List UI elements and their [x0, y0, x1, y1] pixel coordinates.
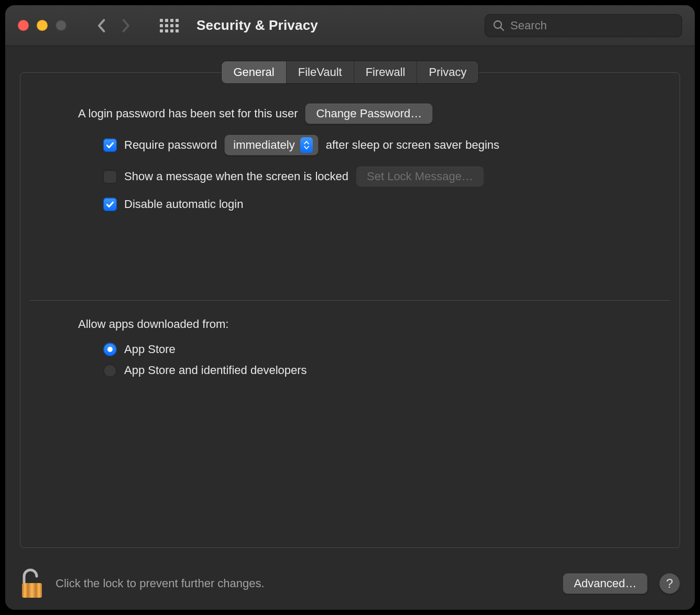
titlebar: Security & Privacy [5, 5, 695, 46]
tabs-container: General FileVault Firewall Privacy [20, 61, 680, 84]
lock-open-icon [20, 568, 44, 599]
login-password-row: A login password has been set for this u… [78, 103, 622, 124]
allow-apps-option-identified: App Store and identified developers [103, 364, 622, 377]
allow-apps-option-appstore: App Store [103, 343, 622, 356]
check-icon [105, 200, 115, 209]
login-password-text: A login password has been set for this u… [78, 107, 298, 120]
footer: Click the lock to prevent further change… [5, 557, 695, 610]
search-input[interactable] [510, 19, 674, 32]
require-password-suffix: after sleep or screen saver begins [326, 138, 499, 152]
svg-rect-3 [22, 583, 42, 598]
settings-panel: A login password has been set for this u… [20, 72, 680, 548]
content-area: General FileVault Firewall Privacy A log… [5, 46, 695, 557]
allow-apps-radio-identified[interactable] [103, 364, 117, 377]
search-icon [493, 19, 505, 32]
check-icon [105, 140, 115, 150]
back-button[interactable] [94, 16, 108, 35]
forward-button[interactable] [119, 16, 134, 35]
require-password-row: Require password immediately after sleep… [78, 135, 622, 156]
help-button[interactable]: ? [659, 573, 680, 594]
allow-apps-label-identified: App Store and identified developers [124, 364, 307, 377]
require-password-delay-popup[interactable]: immediately [224, 135, 318, 156]
allow-apps-label-appstore: App Store [124, 343, 176, 356]
tab-filevault[interactable]: FileVault [287, 61, 354, 83]
disable-auto-login-label: Disable automatic login [124, 197, 243, 211]
traffic-lights [18, 20, 67, 31]
window-title: Security & Privacy [196, 17, 318, 34]
disable-auto-login-checkbox[interactable] [103, 197, 117, 211]
chevron-left-icon [97, 18, 105, 33]
lock-button[interactable] [20, 568, 44, 599]
login-section: A login password has been set for this u… [20, 103, 680, 222]
close-button[interactable] [18, 20, 29, 31]
tab-privacy[interactable]: Privacy [417, 61, 478, 83]
tab-general[interactable]: General [222, 61, 286, 83]
preferences-window: Security & Privacy General FileVault Fir… [5, 5, 695, 610]
nav-buttons [94, 16, 134, 35]
change-password-button[interactable]: Change Password… [305, 103, 433, 124]
require-password-checkbox[interactable] [103, 138, 117, 152]
show-lock-message-row: Show a message when the screen is locked… [78, 166, 622, 187]
allow-apps-title: Allow apps downloaded from: [78, 317, 622, 331]
svg-line-1 [501, 27, 504, 30]
search-field[interactable] [485, 14, 682, 37]
allow-apps-radio-appstore[interactable] [103, 343, 117, 356]
require-password-prefix: Require password [124, 138, 217, 152]
show-all-button[interactable] [160, 19, 179, 32]
allow-apps-section: Allow apps downloaded from: App Store Ap… [20, 317, 680, 385]
chevron-right-icon [122, 18, 130, 33]
show-lock-message-label: Show a message when the screen is locked [124, 170, 348, 183]
minimize-button[interactable] [37, 20, 48, 31]
zoom-button[interactable] [56, 20, 67, 31]
advanced-button[interactable]: Advanced… [563, 573, 648, 594]
tab-firewall[interactable]: Firewall [354, 61, 418, 83]
set-lock-message-button: Set Lock Message… [356, 166, 484, 187]
popup-stepper-icon [300, 137, 313, 153]
show-lock-message-checkbox[interactable] [103, 170, 117, 183]
disable-auto-login-row: Disable automatic login [78, 197, 622, 211]
divider [30, 300, 670, 301]
tab-bar: General FileVault Firewall Privacy [221, 61, 478, 84]
require-password-delay-value: immediately [233, 138, 294, 152]
lock-text: Click the lock to prevent further change… [56, 577, 265, 590]
